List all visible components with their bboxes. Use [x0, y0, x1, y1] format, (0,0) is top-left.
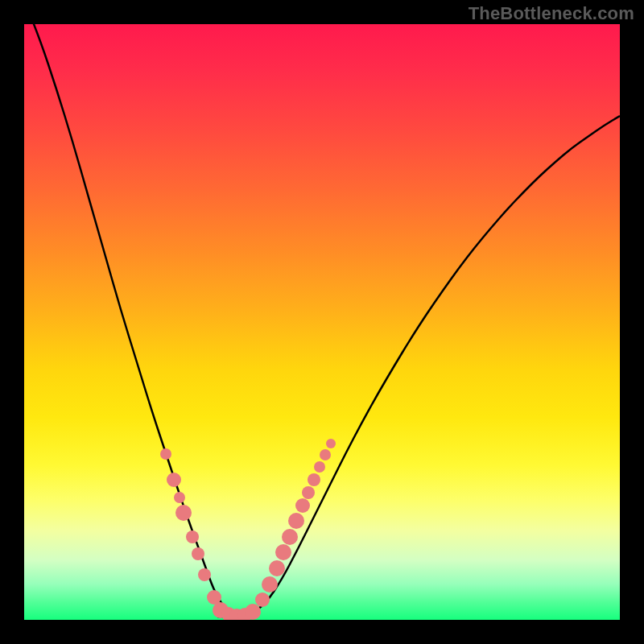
marker-left-2	[174, 492, 185, 503]
curve-left-branch	[24, 24, 233, 616]
marker-right-5	[288, 513, 304, 529]
plot-area	[24, 24, 620, 620]
marker-left-3	[175, 505, 192, 521]
marker-left-6	[198, 568, 211, 581]
marker-right-0	[255, 592, 270, 607]
marker-left-0	[160, 448, 171, 460]
marker-right-7	[302, 486, 315, 499]
marker-right-4	[282, 529, 298, 545]
attribution-label: TheBottleneck.com	[469, 3, 634, 24]
marker-right-9	[314, 461, 325, 473]
marker-right-11	[326, 439, 336, 448]
chart-container: TheBottleneck.com	[0, 0, 644, 644]
marker-left-5	[192, 547, 204, 560]
chart-svg	[24, 24, 620, 620]
marker-right-3	[275, 544, 291, 560]
marker-right-6	[295, 498, 310, 513]
marker-right-1	[262, 576, 278, 592]
marker-right-10	[320, 449, 331, 460]
marker-left-4	[186, 530, 199, 543]
marker-right-2	[269, 560, 285, 576]
marker-right-8	[308, 473, 320, 486]
marker-flat-4	[245, 604, 261, 620]
marker-left-1	[167, 473, 181, 487]
